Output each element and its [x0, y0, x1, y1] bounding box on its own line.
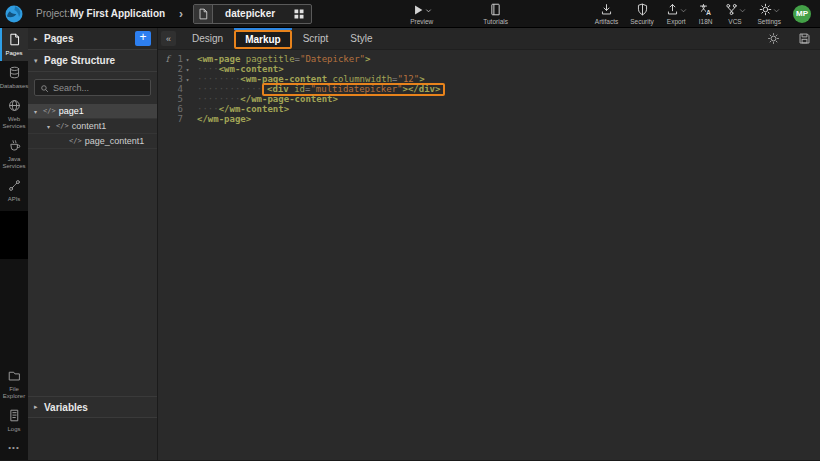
- vcs-label: VCS: [728, 18, 741, 25]
- project-name: My First Application: [70, 8, 165, 19]
- code-line[interactable]: 3▾········<wm-page-content columnwidth="…: [158, 74, 820, 84]
- fold-arrow-icon[interactable]: ▾: [183, 76, 192, 83]
- fold-arrow-icon[interactable]: ▾: [183, 66, 192, 73]
- code-token: pagetitle: [246, 54, 295, 64]
- topbar-item-artifacts[interactable]: Artifacts: [595, 3, 618, 25]
- panel-footer: [28, 418, 157, 460]
- indent-dots: ····: [197, 64, 219, 74]
- code-line[interactable]: 4············<div id="multidatepicker"><…: [158, 84, 820, 94]
- tree-item-page1[interactable]: ▾</>page1: [28, 104, 157, 119]
- tab-markup[interactable]: Markup: [234, 28, 292, 49]
- indent-dots: ········: [197, 74, 240, 84]
- expanded-triangle-icon[interactable]: ▾: [34, 108, 43, 115]
- pages-label: Pages: [5, 50, 22, 57]
- line-number: 4: [171, 84, 183, 94]
- play-icon: [411, 3, 424, 17]
- variables-header[interactable]: ▸ Variables: [28, 396, 157, 418]
- code-line[interactable]: 2▾····<wm-content>: [158, 64, 820, 74]
- open-page-tab[interactable]: datepicker: [193, 4, 312, 24]
- markup-code-editor[interactable]: f1▾<wm-page pagetitle="Datepicker">2▾···…: [158, 50, 820, 460]
- gutter: 6: [158, 104, 192, 114]
- sidebar-item-apis[interactable]: APIs: [0, 174, 28, 207]
- code-token: </wm-page>: [197, 114, 251, 124]
- topbar-item-security[interactable]: Security: [630, 3, 653, 25]
- line-number: 5: [171, 94, 183, 104]
- code-token: <div: [267, 84, 294, 94]
- sidebar-item-java-services[interactable]: Java Services: [0, 134, 28, 174]
- code-line[interactable]: f1▾<wm-page pagetitle="Datepicker">: [158, 54, 820, 64]
- tab-script[interactable]: Script: [292, 28, 340, 49]
- add-page-button[interactable]: +: [135, 31, 151, 46]
- save-icon[interactable]: [798, 32, 811, 45]
- pages-icon: [8, 33, 21, 48]
- markup-settings-gear-icon[interactable]: [767, 32, 780, 45]
- sidebar-item-pages[interactable]: Pages: [0, 28, 28, 61]
- line-number: 2: [171, 64, 183, 74]
- chevron-down-icon[interactable]: [680, 7, 687, 15]
- code-token: </wm-content>: [219, 104, 289, 114]
- tutorials-button[interactable]: Tutorials: [483, 3, 508, 25]
- logs-label: Logs: [7, 426, 20, 433]
- chevron-down-icon[interactable]: [425, 7, 432, 15]
- open-page-name: datepicker: [213, 8, 287, 19]
- java-services-icon: [8, 139, 21, 154]
- user-avatar[interactable]: MP: [793, 5, 811, 23]
- topbar-item-i18n[interactable]: AI18N: [699, 3, 713, 25]
- editor-area: « DesignMarkupScriptStyle f1▾<wm-page pa…: [158, 28, 820, 460]
- artifacts-label: Artifacts: [595, 18, 618, 25]
- code-token: "multidatepicker": [310, 84, 402, 94]
- line-number: 1: [171, 54, 183, 64]
- line-number: 3: [171, 74, 183, 84]
- gutter: 7: [158, 114, 192, 124]
- sidebar-item-file-explorer[interactable]: File Explorer: [0, 364, 28, 404]
- code-text: ············<div id="multidatepicker"></…: [197, 84, 445, 94]
- widget-code-icon: </>: [43, 107, 56, 115]
- collapse-panel-button[interactable]: «: [161, 31, 176, 46]
- main-area: PagesDatabasesWeb ServicesJava ServicesA…: [0, 28, 820, 460]
- topbar-item-settings[interactable]: Settings: [758, 3, 782, 25]
- search-input[interactable]: [53, 83, 143, 93]
- logs-icon: [8, 409, 21, 424]
- wavemaker-logo-icon[interactable]: [0, 0, 28, 28]
- sidebar-item-databases[interactable]: Databases: [0, 61, 28, 94]
- tab-style[interactable]: Style: [339, 28, 383, 49]
- apis-label: APIs: [8, 196, 21, 203]
- tab-design[interactable]: Design: [181, 28, 234, 49]
- indent-dots: ····: [197, 104, 219, 114]
- fold-arrow-icon[interactable]: ▾: [183, 56, 192, 63]
- gutter: 3▾: [158, 74, 192, 84]
- indent-dots: ········: [197, 94, 240, 104]
- code-token: ></div>: [403, 84, 441, 94]
- security-label: Security: [630, 18, 653, 25]
- more-icon[interactable]: •••: [0, 437, 28, 460]
- chevron-down-icon[interactable]: [773, 7, 780, 15]
- code-line[interactable]: 5········</wm-page-content>: [158, 94, 820, 104]
- code-line[interactable]: 7</wm-page>: [158, 114, 820, 124]
- pages-panel: ▸ Pages + ▾ Page Structure ▾</>page1▾</>…: [28, 28, 158, 460]
- breadcrumb-chevron-icon: ›: [179, 7, 183, 21]
- pages-panel-header[interactable]: ▸ Pages +: [28, 28, 157, 50]
- collapsed-triangle-icon: ▸: [34, 35, 44, 43]
- tree-item-page_content1[interactable]: </>page_content1: [28, 134, 157, 149]
- tab-label: Style: [350, 33, 372, 44]
- databases-label: Databases: [0, 83, 28, 90]
- topbar-item-export[interactable]: Export: [666, 3, 687, 25]
- top-bar: Project:My First Application › datepicke…: [0, 0, 820, 28]
- collapsed-triangle-icon: ▸: [34, 403, 44, 411]
- topbar-item-vcs[interactable]: VCS: [725, 3, 746, 25]
- code-line[interactable]: 6····</wm-content>: [158, 104, 820, 114]
- tree-item-content1[interactable]: ▾</>content1: [28, 119, 157, 134]
- code-text: ····<wm-content>: [197, 64, 284, 74]
- chevron-down-icon[interactable]: [739, 7, 746, 15]
- search-box[interactable]: [34, 79, 151, 96]
- svg-text:A: A: [706, 8, 711, 15]
- code-token: "Datepicker": [300, 54, 365, 64]
- expanded-triangle-icon[interactable]: ▾: [47, 123, 56, 130]
- sidebar-item-web-services[interactable]: Web Services: [0, 94, 28, 134]
- preview-button[interactable]: Preview: [410, 3, 433, 25]
- code-text: <wm-page pagetitle="Datepicker">: [197, 54, 370, 64]
- settings-label: Settings: [758, 18, 782, 25]
- pages-grid-icon[interactable]: [293, 8, 305, 20]
- page-structure-header[interactable]: ▾ Page Structure: [28, 50, 157, 72]
- sidebar-item-logs[interactable]: Logs: [0, 404, 28, 437]
